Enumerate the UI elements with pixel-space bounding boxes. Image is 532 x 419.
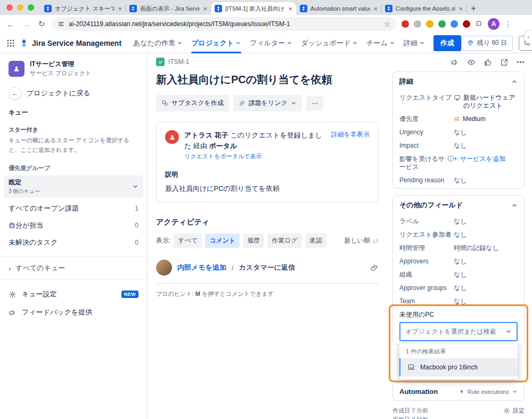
queue-group-default[interactable]: 既定 3 個のキュー	[4, 175, 143, 198]
details-section-header[interactable]: 詳細	[393, 72, 524, 91]
minimize-window-button[interactable]	[17, 4, 23, 11]
vote-thumbs-up-icon[interactable]	[484, 58, 492, 67]
object-select-input[interactable]: オブジェクトを選択または検索	[399, 322, 518, 341]
sort-order-button[interactable]: 新しい順 ↓↑	[344, 236, 379, 245]
sidebar-item-queue-settings[interactable]: キュー設定 NEW	[9, 285, 138, 303]
jira-logo[interactable]: Jira Service Management	[19, 38, 121, 48]
trial-days-button[interactable]: 残り 60 日	[461, 36, 513, 51]
view-in-portal-link[interactable]: リクエストをポータルで表示	[184, 152, 262, 160]
more-options-icon[interactable]: ⋯	[517, 58, 525, 67]
tab-close-icon[interactable]: ×	[459, 5, 463, 12]
new-tab-button[interactable]: +	[466, 2, 480, 15]
nav-filters[interactable]: フィルター	[245, 33, 297, 53]
browser-tab[interactable]: Automation smart values - us ×	[296, 2, 381, 15]
app-switcher-icon[interactable]	[6, 39, 15, 47]
address-bar[interactable]: ai-20241119.atlassian.net/jira/servicede…	[52, 17, 397, 31]
project-avatar	[9, 61, 24, 77]
object-select-placeholder: オブジェクトを選択または検索	[405, 327, 496, 336]
attachment-paperclip-icon[interactable]	[371, 264, 379, 272]
back-to-project[interactable]: ← プロジェクトに戻る	[9, 87, 138, 100]
project-sidebar: ITサービス管理 サービス プロジェクト ← プロジェクトに戻る キュー スター…	[0, 53, 148, 419]
browser-tab[interactable]: Configure the Assets objects ×	[381, 2, 466, 15]
tab-comments[interactable]: コメント	[205, 233, 240, 248]
share-icon[interactable]	[500, 58, 509, 67]
field-approvers[interactable]: Approversなし	[393, 255, 524, 268]
tab-close-icon[interactable]: ×	[203, 5, 207, 12]
bookmark-star-icon[interactable]: ☆	[383, 20, 390, 28]
tab-history[interactable]: 履歴	[243, 233, 264, 248]
field-approver-groups[interactable]: Approver groupsなし	[393, 281, 524, 295]
browser-menu-icon[interactable]: ⋮	[504, 20, 512, 28]
configure-settings-button[interactable]: 設定	[503, 406, 525, 415]
description-text[interactable]: 新入社員向けにPCの割り当てを依頼	[165, 184, 370, 194]
app-body: ITサービス管理 サービス プロジェクト ← プロジェクトに戻る キュー スター…	[0, 53, 532, 419]
browser-tab[interactable]: 画面の表示 - Jira Service Man ×	[126, 2, 211, 15]
field-organizations[interactable]: 組織なし	[393, 268, 524, 281]
sidebar-item-all-open-issues[interactable]: すべてのオープン課題1	[4, 200, 143, 217]
extension-icon[interactable]	[414, 20, 421, 28]
tab-close-icon[interactable]: ×	[288, 5, 292, 12]
extension-icon[interactable]	[451, 20, 458, 28]
tab-close-icon[interactable]: ×	[118, 5, 122, 12]
tab-all[interactable]: すべて	[174, 233, 202, 248]
more-actions-button[interactable]: ⋯	[306, 96, 323, 111]
extension-icon[interactable]	[463, 20, 470, 28]
field-request-participants[interactable]: リクエスト参加者なし	[393, 228, 524, 241]
extensions-area: A ⋮	[402, 18, 512, 30]
watch-eye-icon[interactable]	[467, 58, 476, 67]
nav-more[interactable]: 詳細	[399, 33, 429, 53]
field-impact[interactable]: Impact なし	[393, 139, 524, 152]
reply-to-customer-link[interactable]: カスタマーに返信	[239, 263, 296, 272]
field-labels[interactable]: ラベルなし	[393, 215, 524, 228]
sidebar-item-assigned-to-me[interactable]: 自分が担当0	[4, 217, 143, 234]
dropdown-option-macbook[interactable]: Macbook pro 16inch	[399, 358, 518, 376]
forward-icon[interactable]: →	[21, 20, 31, 29]
tab-title: Configure the Assets objects	[396, 5, 455, 12]
field-team[interactable]: Teamなし	[393, 295, 524, 308]
link-issue-button[interactable]: 課題をリンク	[233, 95, 302, 111]
browser-profile-avatar[interactable]: A	[488, 18, 500, 30]
zoom-window-button[interactable]	[28, 4, 34, 11]
create-subtask-button[interactable]: サブタスクを作成	[156, 95, 229, 111]
field-request-type[interactable]: リクエストタイプ 新規ハードウェアのリクエスト	[393, 91, 524, 112]
create-button[interactable]: 作成	[433, 35, 461, 51]
project-header: ITサービス管理 サービス プロジェクト	[9, 60, 138, 77]
extension-icon[interactable]	[402, 20, 409, 28]
site-info-icon[interactable]	[58, 21, 64, 27]
nav-your-work[interactable]: あなたの作業	[129, 33, 187, 53]
link-icon	[239, 100, 245, 107]
gear-icon	[503, 407, 510, 414]
chevron-down-icon	[291, 100, 297, 106]
browser-tab-active[interactable]: [ITSM-1] 新入社員向けにPCの ×	[211, 2, 296, 15]
reload-icon[interactable]: ↻	[36, 19, 47, 29]
more-fields-header[interactable]: その他のフィールド	[393, 196, 524, 215]
field-urgency[interactable]: Urgency なし	[393, 126, 524, 139]
extension-icon[interactable]	[438, 20, 446, 28]
sidebar-item-give-feedback[interactable]: フィードバックを提供	[9, 303, 138, 321]
field-time-tracking[interactable]: 時間管理時間の記録なし	[393, 241, 524, 255]
extension-icon[interactable]	[426, 20, 433, 28]
field-pending-reason[interactable]: Pending reason なし	[393, 174, 524, 188]
browser-tab[interactable]: オブジェクト スキーマ - Jira Se ×	[40, 2, 126, 15]
tab-worklog[interactable]: 作業ログ	[267, 233, 302, 248]
back-icon[interactable]: ←	[5, 20, 16, 29]
nav-projects[interactable]: プロジェクト	[187, 33, 245, 53]
hide-details-link[interactable]: 詳細を非表示	[331, 130, 370, 139]
automation-section[interactable]: Automation Rule executions	[392, 382, 525, 401]
sidebar-item-all-queues[interactable]: › すべてのキュー	[9, 262, 138, 274]
feedback-megaphone-icon[interactable]	[451, 58, 459, 67]
field-affected-services[interactable]: 影響を受けるサービスi +サービスを追加	[393, 152, 524, 174]
add-internal-note-link[interactable]: 内部メモを追加	[177, 263, 226, 272]
puzzle-extensions-icon[interactable]	[475, 20, 483, 28]
tab-approvals[interactable]: 承認	[305, 233, 326, 248]
add-service-link[interactable]: +サービスを追加	[454, 155, 518, 163]
nav-dashboards[interactable]: ダッシュボード	[297, 33, 362, 53]
sidebar-item-unresolved-tasks[interactable]: 未解決のタスク0	[4, 234, 143, 251]
field-priority[interactable]: 優先度 Medium	[393, 112, 524, 126]
issue-meta-footer: 作成日 7 分前 更新日 2 秒前 設定	[392, 406, 525, 419]
breadcrumb[interactable]: ITSM-1	[156, 58, 379, 66]
tab-close-icon[interactable]: ×	[373, 5, 378, 12]
nav-teams[interactable]: チーム	[362, 33, 399, 53]
close-window-button[interactable]	[6, 4, 13, 11]
priority-group-heading: 優先度グループ	[9, 164, 138, 172]
